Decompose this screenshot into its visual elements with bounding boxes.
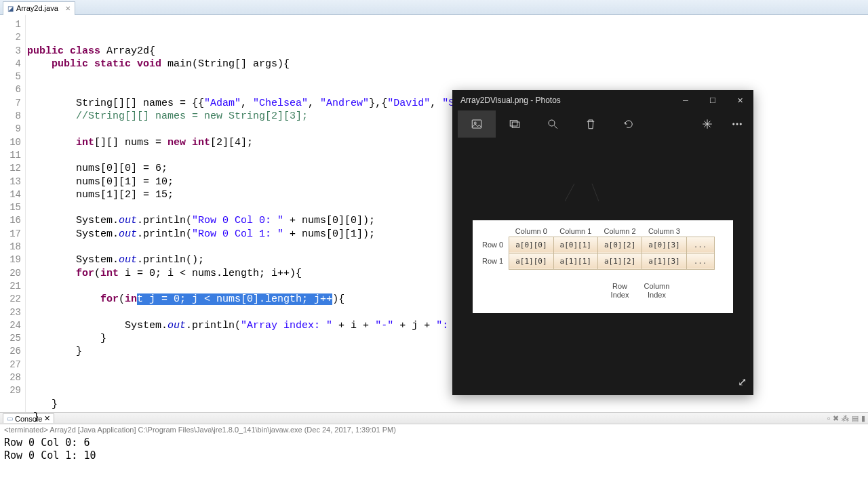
line-gutter: 1234567891011121314151617181920212223242…	[0, 15, 26, 412]
console-tab-bar: ▭ Console ✕ ▫ ✖ ⁂ ▤ ▮	[0, 412, 868, 424]
edit-icon[interactable]	[688, 110, 726, 138]
close-icon[interactable]: ✕	[44, 414, 50, 423]
svg-rect-0	[472, 120, 481, 128]
svg-point-8	[740, 123, 741, 125]
rotate-icon[interactable]	[610, 110, 648, 138]
selected-text: t j = 0; j < nums[0].length; j++	[137, 293, 332, 305]
photos-canvas[interactable]: Column 0 Column 1 Column 2 Column 3 Row …	[452, 138, 753, 395]
photos-window: Array2DVisual.png - Photos ─ ☐ ✕ Column …	[452, 90, 753, 395]
editor-tab-bar: ◪ Array2d.java ✕	[0, 0, 868, 15]
svg-rect-3	[512, 122, 519, 127]
remove-dup-icon[interactable]: ⁂	[842, 414, 849, 423]
slideshow-icon[interactable]	[496, 110, 534, 138]
console-icon: ▭	[7, 415, 13, 422]
pin-icon[interactable]: ▮	[861, 414, 865, 423]
tab-filename: Array2d.java	[16, 4, 58, 12]
maximize-button[interactable]: ☐	[699, 90, 726, 110]
photos-titlebar[interactable]: Array2DVisual.png - Photos ─ ☐ ✕	[452, 90, 753, 110]
console-meta: <terminated> Array2d [Java Application] …	[0, 424, 868, 435]
svg-rect-2	[510, 121, 517, 126]
scroll-lock-icon[interactable]: ▤	[852, 414, 859, 423]
console-output: Row 0 Col 0: 6 Row 0 Col 1: 10	[0, 435, 868, 464]
more-icon[interactable]	[726, 110, 748, 138]
editor-tab[interactable]: ◪ Array2d.java ✕	[3, 1, 75, 15]
photos-toolbar	[452, 110, 753, 138]
svg-line-9	[565, 184, 574, 201]
photos-title: Array2DVisual.png - Photos	[460, 96, 561, 105]
svg-point-7	[736, 123, 738, 125]
array-diagram: Column 0 Column 1 Column 2 Column 3 Row …	[473, 220, 733, 313]
fullscreen-icon[interactable]: ⤢	[738, 375, 747, 388]
svg-point-4	[549, 120, 555, 126]
svg-line-10	[592, 184, 599, 201]
remove-launch-icon[interactable]: ▫	[827, 414, 830, 423]
row-index-label: RowIndex	[611, 282, 629, 300]
close-button[interactable]: ✕	[726, 90, 753, 110]
col-index-label: ColumnIndex	[644, 282, 670, 300]
svg-line-5	[554, 125, 557, 129]
delete-icon[interactable]	[572, 110, 610, 138]
zoom-icon[interactable]	[534, 110, 572, 138]
view-image-icon[interactable]	[458, 110, 496, 138]
minimize-button[interactable]: ─	[672, 90, 699, 110]
remove-all-icon[interactable]: ✖	[833, 414, 839, 423]
svg-point-6	[733, 123, 734, 125]
close-icon[interactable]: ✕	[65, 5, 71, 12]
java-file-icon: ◪	[7, 5, 14, 12]
console-toolbar: ▫ ✖ ⁂ ▤ ▮	[827, 414, 865, 423]
